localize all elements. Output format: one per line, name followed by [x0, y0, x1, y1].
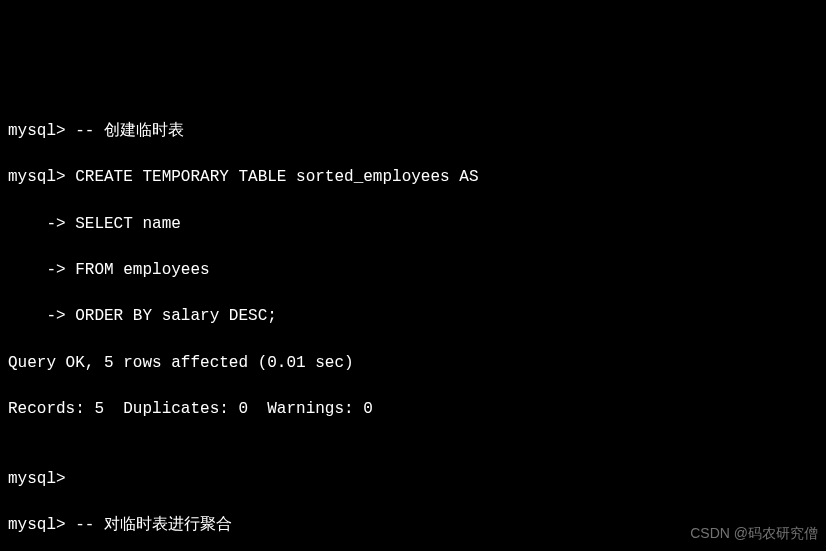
terminal-line: Records: 5 Duplicates: 0 Warnings: 0	[8, 398, 818, 421]
terminal-line: Query OK, 5 rows affected (0.01 sec)	[8, 352, 818, 375]
terminal-line: -> ORDER BY salary DESC;	[8, 305, 818, 328]
terminal-line: mysql> CREATE TEMPORARY TABLE sorted_emp…	[8, 166, 818, 189]
watermark-text: CSDN @码农研究僧	[690, 523, 818, 543]
terminal-line: -> SELECT name	[8, 213, 818, 236]
terminal-line: mysql>	[8, 468, 818, 491]
terminal-output: mysql> -- 创建临时表 mysql> CREATE TEMPORARY …	[8, 97, 818, 551]
terminal-line: -> FROM employees	[8, 259, 818, 282]
terminal-line: mysql> -- 创建临时表	[8, 120, 818, 143]
